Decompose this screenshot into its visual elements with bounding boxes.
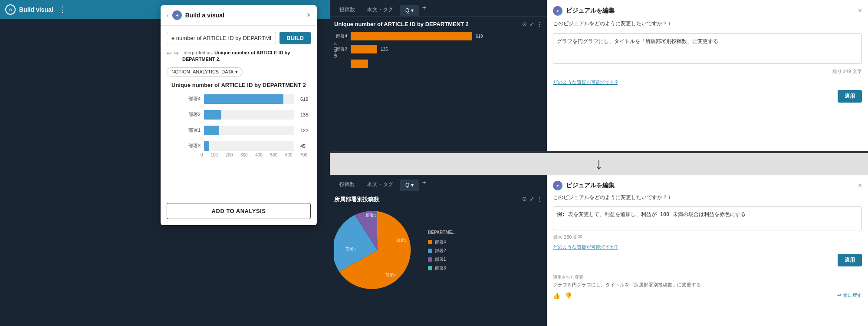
bar-track <box>204 94 294 104</box>
more-icon[interactable]: ⋮ <box>537 21 542 27</box>
list-item: 部署1 <box>428 256 456 263</box>
y-axis-label: MENT 2 <box>333 43 338 59</box>
tab-posts-bottom[interactable]: 投稿数 <box>334 178 360 191</box>
build-button[interactable]: BUILD <box>279 32 311 44</box>
thumb-up-button[interactable]: 👍 <box>553 292 560 299</box>
chart-title: Unique number of ARTICLE ID by DEPARTMEN… <box>167 82 311 88</box>
pie-more-icon[interactable]: ⋮ <box>537 196 542 202</box>
pie-controls: ⊙ ⤢ ⋮ <box>522 196 542 202</box>
tab-text-top[interactable]: 本文・タグ <box>362 3 398 16</box>
svg-text:部署3: 部署3 <box>396 238 406 243</box>
legend-color-dept4 <box>428 240 432 244</box>
pie-legend: DEPARTME... 部署4 部署2 部署1 <box>428 230 456 271</box>
table-row: 部署3 45 <box>185 141 311 151</box>
clock-icon[interactable]: ⊙ <box>522 21 527 27</box>
dashboard-bottom: 投稿数 本文・タグ Q ▾ + 所属部署別投稿数 ⊙ ⤢ ⋮ <box>330 175 547 326</box>
edit-question-top: このビジュアルをどのように変更したいですか？ ℹ <box>553 20 862 27</box>
expand-icon[interactable]: ⤢ <box>529 21 534 27</box>
legend-title: DEPARTME... <box>428 230 456 235</box>
right-panel: 投稿数 本文・タグ Q ▾ + Unique number of ARTICLE… <box>330 0 868 326</box>
pie-chart-container: 部署3 部署1 部署2 部署4 DEPARTME... 部署4 <box>334 207 542 294</box>
edit-panel-title-bottom: ビジュアルを編集 <box>566 182 855 190</box>
pie-chart-title: 所属部署別投稿数 <box>334 196 542 203</box>
x-axis: 0100200300400500600700 <box>167 153 311 157</box>
undo-button[interactable]: ↩ <box>167 50 172 57</box>
pie-area: 所属部署別投稿数 ⊙ ⤢ ⋮ <box>330 191 547 326</box>
right-top: 投稿数 本文・タグ Q ▾ + Unique number of ARTICLE… <box>330 0 868 153</box>
edit-close-top[interactable]: × <box>858 7 862 15</box>
pie-svg: 部署3 部署1 部署2 部署4 <box>334 207 421 294</box>
back-button[interactable]: ‹ <box>167 12 169 19</box>
close-button[interactable]: × <box>307 11 311 19</box>
edit-panel-title-top: ビジュアルを編集 <box>566 7 855 15</box>
dialog-header: ‹ ✦ Build a visual × <box>161 5 317 26</box>
arrow-section: ↓ <box>330 153 868 175</box>
tab-posts-top[interactable]: 投稿数 <box>334 3 360 16</box>
build-dialog: ‹ ✦ Build a visual × BUILD ↩ ↪ Interpret… <box>161 5 317 225</box>
orange-bar-fill <box>351 45 377 53</box>
applied-label: 適用された変更: <box>553 274 862 280</box>
edit-panel-header-top: ✦ ビジュアルを編集 × <box>553 6 862 16</box>
add-to-analysis-button[interactable]: ADD TO ANALYSIS <box>167 203 311 219</box>
bar-fill <box>204 141 209 151</box>
thumb-down-button[interactable]: 👎 <box>565 292 572 299</box>
list-item: 部署4 <box>428 239 456 245</box>
svg-text:部署2: 部署2 <box>345 247 355 251</box>
dash-tabs-top: 投稿数 本文・タグ Q ▾ + <box>330 0 547 17</box>
redo-button[interactable]: ↪ <box>174 50 179 57</box>
apply-button-bottom[interactable]: 適用 <box>838 254 862 266</box>
legend-label-dept4: 部署4 <box>435 239 446 245</box>
help-link-top[interactable]: どのような質疑が可能ですか? <box>553 79 862 86</box>
svg-text:部署4: 部署4 <box>385 273 395 277</box>
table-row: 部署2 135 <box>185 110 311 120</box>
data-source-button[interactable]: NOTION_ANALYTICS_DATA ▾ <box>167 67 243 77</box>
edit-close-bottom[interactable]: × <box>858 182 862 190</box>
top-bar-title: Build visual <box>19 6 53 13</box>
char-count-top: 残り 249 文字 <box>553 68 862 75</box>
dash-tabs-bottom: 投稿数 本文・タグ Q ▾ + <box>330 175 547 191</box>
table-row: 部署1 122 <box>185 126 311 135</box>
apply-button-top[interactable]: 適用 <box>838 90 862 103</box>
tab-q-bottom[interactable]: Q ▾ <box>400 180 419 191</box>
add-tab-top[interactable]: + <box>421 0 428 16</box>
info-icon-bottom: ℹ <box>669 195 671 200</box>
edit-textarea-bottom[interactable]: 例: 表を変更して、利益を追加し、利益が 100 未満の場合は利益を赤色にする <box>553 206 862 230</box>
revert-button[interactable]: ↩ 元に戻す <box>837 292 862 299</box>
bar-chart-inner: 部署4 619 部署2 135 部署1 <box>167 94 311 151</box>
edit-logo-top: ✦ <box>553 6 562 16</box>
search-input[interactable] <box>167 32 276 44</box>
legend-label-dept3: 部署3 <box>435 265 446 271</box>
orange-bar-chart: 部署4 619 部署2 135 <box>334 32 542 69</box>
tab-q-top[interactable]: Q ▾ <box>400 5 419 16</box>
legend-color-dept3 <box>428 266 432 270</box>
dash-chart-controls-top: ⊙ ⤢ ⋮ <box>522 21 542 27</box>
right-bottom: 投稿数 本文・タグ Q ▾ + 所属部署別投稿数 ⊙ ⤢ ⋮ <box>330 175 868 326</box>
build-visual-icon: ⊙ <box>5 4 16 15</box>
help-link-bottom[interactable]: どのような質疑が可能ですか? <box>553 244 862 250</box>
legend-label-dept2: 部署2 <box>435 248 446 254</box>
tab-text-bottom[interactable]: 本文・タグ <box>362 178 398 191</box>
add-tab-bottom[interactable]: + <box>421 174 428 191</box>
legend-label-dept1: 部署1 <box>435 256 446 263</box>
list-item: 部署3 <box>428 265 456 271</box>
dialog-body: BUILD ↩ ↪ Interpreted as: Unique number … <box>161 26 317 225</box>
edit-question-bottom: このビジュアルをどのように変更したいですか？ ℹ <box>553 194 862 201</box>
arrow-down-icon: ↓ <box>595 156 603 172</box>
list-item: 部署2 135 <box>334 45 538 53</box>
legend-color-dept1 <box>428 257 432 262</box>
bar-track <box>204 110 294 120</box>
bar-chart: 部署4 619 部署2 135 部署1 <box>167 94 311 199</box>
interpreted-text: Interpreted as: Unique number of ARTICLE… <box>182 50 311 63</box>
edit-panel-top: ✦ ビジュアルを編集 × このビジュアルをどのように変更したいですか？ ℹ グラ… <box>547 0 868 151</box>
bar-fill <box>204 110 221 120</box>
edit-textarea-top[interactable]: グラフを円グラフにし、タイトルを「所属部署別投稿数」に変更する <box>553 33 862 64</box>
apply-row-bottom: 適用 <box>553 254 862 266</box>
undo-redo-group: ↩ ↪ <box>167 50 179 57</box>
list-item: 部署2 <box>428 248 456 254</box>
pie-clock-icon[interactable]: ⊙ <box>522 196 527 202</box>
apply-row-top: 適用 <box>553 90 862 103</box>
pie-expand-icon[interactable]: ⤢ <box>529 196 534 202</box>
more-options-button[interactable]: ⋮ <box>59 5 66 14</box>
table-row: 部署4 619 <box>185 94 311 104</box>
applied-changes: 適用された変更: グラフを円グラフにし、タイトルを「所属部署別投稿数」に変更する <box>553 270 862 289</box>
